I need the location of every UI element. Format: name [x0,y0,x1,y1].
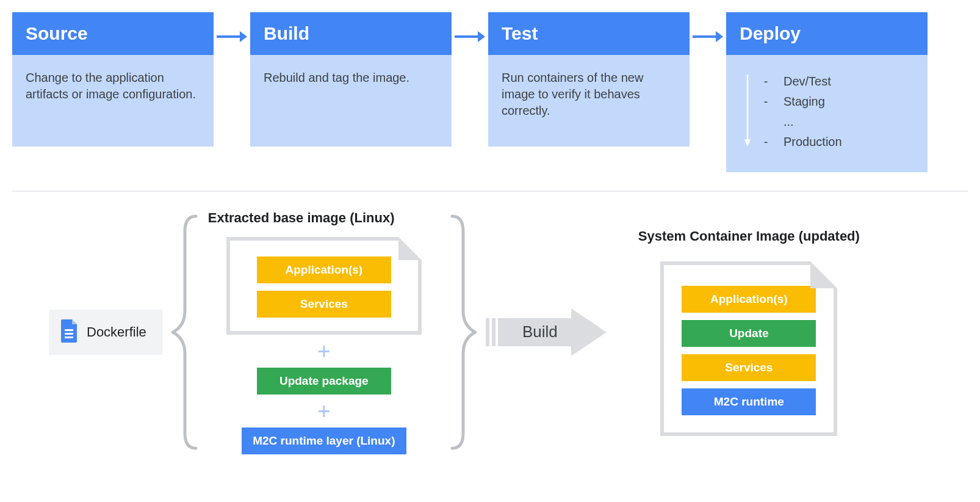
left-stack-title: Extracted base image (Linux) [208,210,395,226]
divider [12,191,968,192]
plus-icon: + [317,340,331,363]
svg-rect-10 [65,336,73,338]
right-title: System Container Image (updated) [638,228,860,244]
layer-update-package: Update package [257,368,391,395]
build-arrow-icon: Build [486,305,608,360]
arrow-icon [452,12,488,44]
plus-icon: + [317,399,331,423]
arrow-icon [690,12,726,44]
file-icon [60,319,78,345]
deploy-list: -Dev/Test -Staging ... -Production [740,73,914,150]
layer-services: Services [682,354,816,381]
svg-rect-12 [492,318,495,346]
layer-applications: Application(s) [257,256,391,283]
stage-deploy-title: Deploy [726,12,928,55]
svg-marker-3 [478,31,485,42]
stage-test: Test Run containers of the new image to … [488,12,690,172]
system-container-doc: Application(s) Update Services M2C runti… [660,261,837,436]
deploy-item: -Dev/Test [760,73,914,90]
arrow-icon [214,12,250,44]
arrow-down-icon [743,75,752,148]
layer-update: Update [682,320,816,347]
stage-build-title: Build [250,12,452,55]
stage-test-body: Run containers of the new image to verif… [488,55,690,147]
layer-services: Services [257,291,391,318]
svg-marker-5 [716,31,723,42]
svg-marker-7 [744,139,751,147]
svg-marker-1 [240,31,247,42]
stage-deploy-body: -Dev/Test -Staging ... -Production [726,55,928,172]
right-column: System Container Image (updated) Applica… [638,228,860,436]
brace-right-icon [446,210,480,454]
left-stack: Extracted base image (Linux) Application… [202,210,446,454]
brace-left-icon [168,210,202,454]
stage-build: Build Rebuild and tag the image. [250,12,452,172]
stage-test-title: Test [488,12,690,55]
svg-rect-9 [65,333,73,335]
stage-build-body: Rebuild and tag the image. [250,55,452,147]
deploy-item: -Production [760,134,914,150]
svg-rect-8 [65,329,73,331]
build-arrow: Build [486,305,608,360]
dockerfile-label: Dockerfile [87,324,146,340]
stage-source: Source Change to the application artifac… [12,12,214,172]
build-arrow-label: Build [522,322,558,341]
extracted-image-doc: Application(s) Services [226,237,422,335]
stage-deploy: Deploy -Dev/Test -Staging ... -Productio… [726,12,928,172]
deploy-item: -Staging [760,93,914,110]
layer-m2c-runtime: M2C runtime [682,388,816,415]
layer-applications: Application(s) [682,286,816,313]
layer-m2c-runtime: M2C runtime layer (Linux) [242,427,406,454]
pipeline-row: Source Change to the application artifac… [12,12,968,172]
stage-source-body: Change to the application artifacts or i… [12,55,214,147]
svg-rect-11 [486,318,489,346]
stage-source-title: Source [12,12,214,55]
deploy-ellipsis: ... [784,114,914,130]
dockerfile-block: Dockerfile [49,310,162,355]
lower-diagram: Dockerfile Extracted base image (Linux) … [12,210,968,454]
